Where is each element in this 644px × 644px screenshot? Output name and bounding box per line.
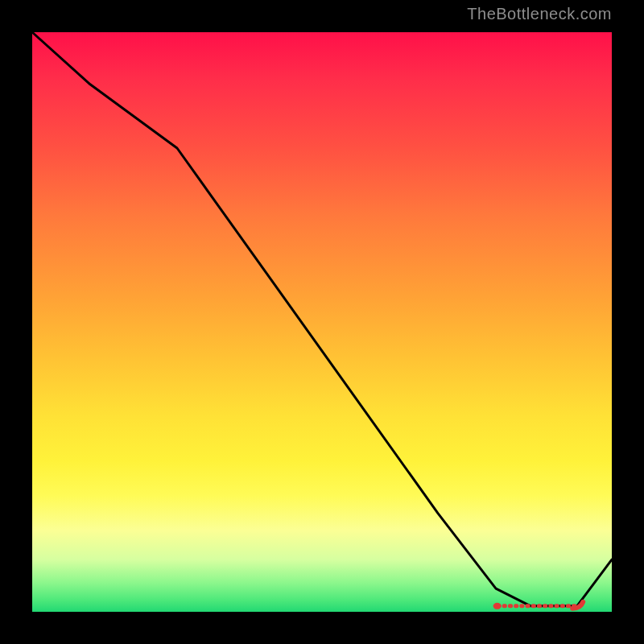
svg-rect-7 bbox=[531, 604, 536, 608]
svg-rect-9 bbox=[543, 604, 547, 608]
svg-rect-10 bbox=[548, 604, 553, 608]
svg-rect-12 bbox=[560, 604, 565, 608]
plot-area bbox=[32, 32, 612, 612]
svg-rect-6 bbox=[526, 604, 530, 608]
svg-rect-3 bbox=[508, 604, 513, 608]
svg-rect-4 bbox=[514, 604, 518, 608]
svg-rect-11 bbox=[555, 604, 559, 608]
svg-rect-1 bbox=[497, 604, 502, 608]
watermark-text: TheBottleneck.com bbox=[467, 5, 612, 23]
svg-rect-2 bbox=[502, 604, 507, 608]
optimal-band bbox=[493, 602, 584, 609]
svg-rect-5 bbox=[519, 604, 524, 608]
chart-frame: TheBottleneck.com bbox=[0, 0, 644, 644]
svg-rect-8 bbox=[537, 604, 542, 608]
main-curve bbox=[32, 32, 612, 606]
svg-rect-13 bbox=[566, 604, 571, 608]
chart-svg bbox=[32, 32, 612, 612]
